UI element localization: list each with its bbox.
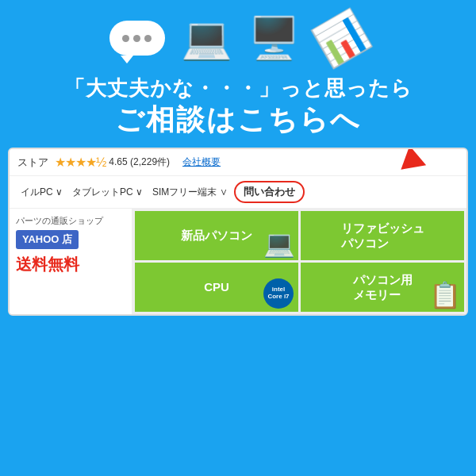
product-grid: 新品パソコン 💻 リファビッシュパソコン CPU intelCore i7 パソ… bbox=[132, 209, 466, 314]
cell-label-refurb: リファビッシュパソコン bbox=[341, 221, 424, 251]
yahoo-badge: YAHOO 店 bbox=[16, 230, 79, 249]
nav-item-tablet[interactable]: タブレットPC ∨ bbox=[69, 184, 146, 201]
nav-label-sim: SIMフリー端末 ∨ bbox=[152, 186, 228, 199]
arrow-container bbox=[405, 148, 427, 176]
nav-row: イルPC ∨ タブレットPC ∨ SIMフリー端末 ∨ 問い合わせ bbox=[10, 176, 466, 209]
grid-cell-new-pc[interactable]: 新品パソコン 💻 bbox=[135, 211, 298, 260]
store-row: ストア ★★★★½ 4.65 (2,229件) 会社概要 bbox=[10, 149, 466, 176]
memory-cell-icon: 📋 bbox=[429, 280, 461, 310]
nav-item-contact[interactable]: 問い合わせ bbox=[234, 181, 305, 203]
headline-area: 「大丈夫かな・・・」っと思ったら ご相談はこちらへ bbox=[64, 75, 413, 136]
grid-cell-cpu[interactable]: CPU intelCore i7 bbox=[135, 263, 298, 312]
free-shipping: 送料無料 bbox=[16, 254, 125, 275]
dot-1 bbox=[122, 35, 129, 42]
grid-cell-refurb[interactable]: リファビッシュパソコン bbox=[301, 211, 464, 260]
nav-item-sim[interactable]: SIMフリー端末 ∨ bbox=[149, 184, 231, 201]
shop-label: パーツの通販ショップ bbox=[16, 215, 125, 227]
nav-label-mobile: イルPC ∨ bbox=[21, 186, 63, 199]
intel-badge: intelCore i7 bbox=[263, 278, 294, 309]
cell-label-memory: パソコン用メモリー bbox=[353, 272, 413, 303]
speech-bubble bbox=[109, 21, 165, 56]
red-arrow-icon bbox=[401, 148, 430, 177]
company-link[interactable]: 会社概要 bbox=[182, 155, 221, 169]
icons-row: 💻 🖥️ 📊 bbox=[109, 0, 367, 67]
content-area: パーツの通販ショップ YAHOO 店 送料無料 新品パソコン 💻 リファビッシュ… bbox=[10, 209, 466, 314]
headline-line2: ご相談はこちらへ bbox=[64, 102, 413, 136]
screenshot-box: ストア ★★★★½ 4.65 (2,229件) 会社概要 イルPC ∨ タブレッ… bbox=[8, 148, 468, 316]
main-container: 💻 🖥️ 📊 「大丈夫かな・・・」っと思ったら ご相談はこちらへ ストア ★★★… bbox=[0, 0, 476, 476]
stars: ★★★★½ bbox=[55, 155, 106, 170]
nav-label-tablet: タブレットPC ∨ bbox=[72, 186, 143, 199]
rating-text: 4.65 (2,229件) bbox=[109, 155, 170, 169]
speech-dots bbox=[122, 35, 152, 42]
dot-2 bbox=[133, 35, 140, 42]
nav-item-mobile[interactable]: イルPC ∨ bbox=[17, 184, 66, 201]
left-sidebar: パーツの通販ショップ YAHOO 店 送料無料 bbox=[10, 209, 132, 314]
dot-3 bbox=[144, 35, 152, 42]
grid-cell-memory[interactable]: パソコン用メモリー 📋 bbox=[301, 263, 464, 312]
ram-icon: 📊 bbox=[309, 7, 374, 69]
intel-text: intelCore i7 bbox=[267, 286, 289, 301]
headline-line1: 「大丈夫かな・・・」っと思ったら bbox=[64, 75, 413, 102]
cell-label-new-pc: 新品パソコン bbox=[181, 228, 252, 244]
laptop-icon: 💻 bbox=[181, 17, 232, 59]
laptop-cell-icon: 💻 bbox=[263, 228, 295, 259]
tower-icon: 🖥️ bbox=[248, 17, 300, 59]
cell-label-cpu: CPU bbox=[204, 279, 229, 295]
store-label: ストア bbox=[17, 155, 48, 170]
